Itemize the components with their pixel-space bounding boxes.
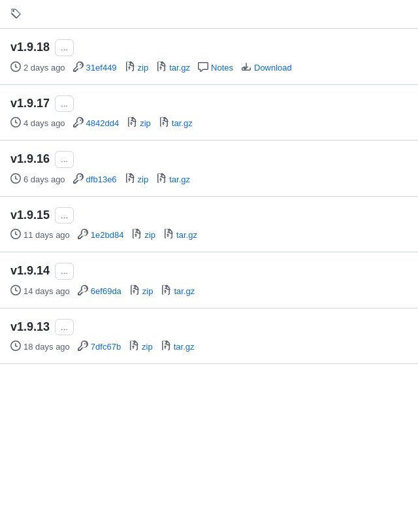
zip-link[interactable]: zip — [138, 63, 149, 73]
tag-item: v1.9.17 ... 4 days ago 4842dd4 zip tar.g… — [0, 85, 418, 141]
tag-time-0: 2 days ago — [10, 61, 65, 74]
download-link[interactable]: Download — [254, 63, 292, 73]
zip-link[interactable]: zip — [138, 175, 149, 184]
key-icon — [78, 341, 88, 353]
tag-menu-button[interactable]: ... — [55, 151, 74, 168]
targz-icon — [156, 61, 167, 74]
tag-menu-button[interactable]: ... — [55, 263, 74, 280]
zip-icon — [125, 61, 135, 74]
commit-link[interactable]: 6ef69da — [91, 286, 121, 296]
zip-link[interactable]: zip — [144, 230, 155, 240]
zip-icon — [129, 285, 140, 297]
tag-targz-3[interactable]: tar.gz — [163, 229, 197, 241]
zip-link[interactable]: zip — [142, 286, 153, 296]
targz-link[interactable]: tar.gz — [169, 175, 190, 184]
notes-link[interactable]: Notes — [211, 63, 233, 73]
tag-meta-row: 11 days ago 1e2bd84 zip tar.gz — [10, 229, 408, 241]
tag-menu-button[interactable]: ... — [55, 95, 74, 112]
tag-name: v1.9.13 — [10, 320, 50, 334]
targz-icon — [159, 117, 169, 129]
tag-zip-1[interactable]: zip — [127, 117, 151, 129]
clock-icon — [10, 285, 21, 297]
tag-time-5: 18 days ago — [10, 341, 70, 353]
targz-link[interactable]: tar.gz — [174, 342, 195, 352]
tag-name: v1.9.18 — [10, 41, 50, 54]
tag-meta-row: 6 days ago dfb13e6 zip tar.gz — [10, 173, 408, 186]
tag-name-row: v1.9.17 ... — [10, 95, 408, 112]
tag-zip-3[interactable]: zip — [131, 229, 155, 241]
tag-targz-0[interactable]: tar.gz — [156, 61, 190, 74]
targz-icon — [161, 285, 171, 297]
zip-icon — [131, 229, 142, 241]
targz-link[interactable]: tar.gz — [172, 118, 193, 128]
clock-icon — [10, 341, 21, 353]
tag-zip-2[interactable]: zip — [125, 173, 149, 186]
zip-link[interactable]: zip — [140, 118, 151, 128]
tag-commit-5[interactable]: 7dfc67b — [78, 341, 121, 353]
tag-zip-0[interactable]: zip — [125, 61, 149, 74]
tag-name: v1.9.14 — [10, 264, 50, 278]
key-icon — [73, 173, 84, 186]
tag-name: v1.9.15 — [10, 208, 50, 222]
tag-item: v1.9.13 ... 18 days ago 7dfc67b zip tar.… — [0, 308, 418, 365]
zip-link[interactable]: zip — [142, 342, 153, 352]
tag-name-row: v1.9.13 ... — [10, 319, 408, 336]
key-icon — [78, 229, 88, 241]
tag-menu-button[interactable]: ... — [55, 207, 74, 224]
zip-icon — [127, 117, 137, 129]
key-icon — [78, 285, 88, 297]
tag-time-2: 6 days ago — [10, 173, 65, 186]
tag-zip-5[interactable]: zip — [129, 341, 153, 353]
tag-item: v1.9.16 ... 6 days ago dfb13e6 zip tar.g… — [0, 141, 418, 197]
targz-link[interactable]: tar.gz — [169, 63, 190, 73]
commit-link[interactable]: 1e2bd84 — [91, 230, 124, 240]
tag-targz-5[interactable]: tar.gz — [161, 341, 195, 353]
tag-time-1: 4 days ago — [10, 117, 65, 129]
tag-meta-row: 18 days ago 7dfc67b zip tar.gz — [10, 341, 408, 353]
tag-name-row: v1.9.15 ... — [10, 207, 408, 224]
page-header — [0, 0, 418, 29]
clock-icon — [10, 117, 21, 129]
commit-link[interactable]: 7dfc67b — [91, 342, 121, 352]
tag-item: v1.9.15 ... 11 days ago 1e2bd84 zip tar.… — [0, 197, 418, 253]
tag-targz-4[interactable]: tar.gz — [161, 285, 195, 297]
tag-zip-4[interactable]: zip — [129, 285, 153, 297]
tag-name: v1.9.16 — [10, 152, 50, 166]
tag-name: v1.9.17 — [10, 97, 50, 110]
targz-icon — [156, 173, 167, 186]
zip-icon — [129, 341, 139, 353]
targz-icon — [161, 341, 171, 353]
note-icon — [198, 61, 208, 74]
tag-commit-3[interactable]: 1e2bd84 — [78, 229, 124, 241]
tag-time-3: 11 days ago — [10, 229, 70, 241]
tag-meta-row: 2 days ago 31ef449 zip tar.gz Notes Down… — [10, 61, 408, 74]
tag-commit-0[interactable]: 31ef449 — [73, 61, 117, 74]
targz-link[interactable]: tar.gz — [174, 286, 195, 296]
key-icon — [73, 117, 84, 129]
commit-link[interactable]: 4842dd4 — [86, 118, 120, 128]
tag-name-row: v1.9.16 ... — [10, 151, 408, 168]
tag-commit-4[interactable]: 6ef69da — [78, 285, 121, 297]
tag-targz-1[interactable]: tar.gz — [159, 117, 193, 129]
tag-time-4: 14 days ago — [10, 285, 70, 297]
clock-icon — [10, 61, 21, 74]
tag-item: v1.9.14 ... 14 days ago 6ef69da zip tar.… — [0, 252, 418, 308]
targz-link[interactable]: tar.gz — [176, 230, 197, 240]
key-icon — [73, 61, 84, 74]
tag-targz-2[interactable]: tar.gz — [156, 173, 190, 186]
targz-icon — [163, 229, 174, 241]
tag-meta-row: 4 days ago 4842dd4 zip tar.gz — [10, 117, 408, 129]
commit-link[interactable]: dfb13e6 — [86, 175, 117, 184]
clock-icon — [10, 229, 21, 241]
tag-meta-row: 14 days ago 6ef69da zip tar.gz — [10, 285, 408, 297]
tag-menu-button[interactable]: ... — [55, 319, 74, 336]
commit-link[interactable]: 31ef449 — [86, 63, 117, 73]
tag-commit-2[interactable]: dfb13e6 — [73, 173, 117, 186]
tag-icon — [10, 8, 21, 20]
tag-name-row: v1.9.14 ... — [10, 263, 408, 280]
tag-commit-1[interactable]: 4842dd4 — [73, 117, 120, 129]
tag-download-0[interactable]: Download — [241, 61, 292, 74]
tags-list: v1.9.18 ... 2 days ago 31ef449 zip tar.g… — [0, 29, 418, 364]
tag-menu-button[interactable]: ... — [55, 39, 74, 56]
tag-notes-0[interactable]: Notes — [198, 61, 233, 74]
